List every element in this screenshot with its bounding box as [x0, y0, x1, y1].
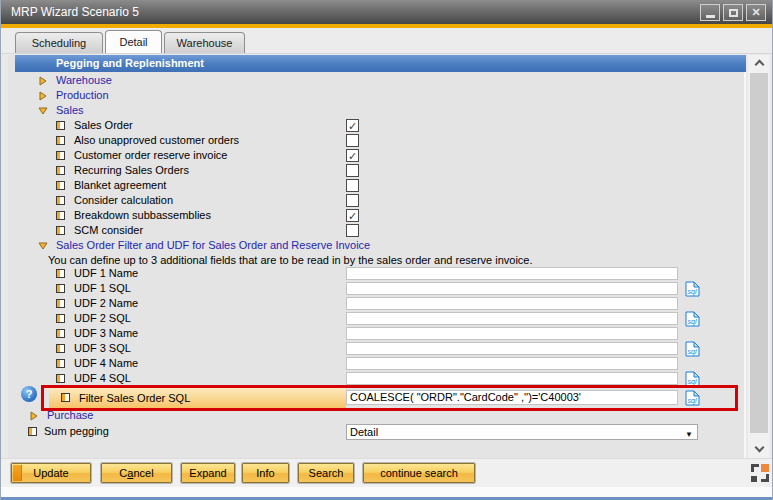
checkbox[interactable]: ✓ [346, 209, 359, 222]
red-annotation-border: Filter Sales Order SQL COALESCE( "ORDR".… [41, 385, 738, 411]
sql-editor-icon[interactable]: sql [685, 281, 700, 297]
option-row: Customer order reserve invoice ✓ [8, 148, 746, 163]
filter-row-highlight: Filter Sales Order SQL [49, 388, 346, 408]
tab-warehouse[interactable]: Warehouse [164, 32, 245, 53]
udf-row: UDF 1 SQL sql [8, 281, 746, 296]
button-bar: Update Cancel Expand Info Search continu… [1, 458, 772, 487]
svg-text:sql: sql [688, 318, 697, 326]
expand-button[interactable]: Expand [181, 463, 235, 483]
option-row: Recurring Sales Orders [8, 163, 746, 178]
sql-editor-icon[interactable]: sql [685, 311, 700, 327]
leaf-icon [56, 269, 65, 278]
leaf-icon [56, 284, 65, 293]
leaf-icon [56, 329, 65, 338]
sql-editor-icon[interactable]: sql [685, 341, 700, 357]
leaf-icon [56, 344, 65, 353]
section-header: Pegging and Replenishment [15, 55, 746, 72]
title-bar: MRP Wizard Scenario 5 ✕ [1, 0, 772, 24]
tab-scheduling[interactable]: Scheduling [15, 32, 103, 53]
leaf-icon [56, 374, 65, 383]
close-icon: ✕ [751, 7, 760, 18]
option-row: Sales Order ✓ [8, 118, 746, 133]
leaf-icon [56, 299, 65, 308]
udf-row: UDF 1 Name [8, 266, 746, 281]
help-icon[interactable]: ? [21, 386, 37, 402]
svg-text:sql: sql [688, 288, 697, 296]
udf-3-name-input[interactable] [346, 327, 678, 340]
update-button[interactable]: Update [11, 463, 91, 483]
detail-panel: Pegging and Replenishment Warehouse Prod… [8, 55, 746, 458]
sum-pegging-row: Sum pegging Detail ▼ [8, 424, 746, 440]
expanded-arrow-icon[interactable] [38, 106, 48, 116]
udf-2-name-input[interactable] [346, 297, 678, 310]
collapsed-arrow-icon[interactable] [38, 91, 48, 101]
udf-row: UDF 2 SQL sql [8, 311, 746, 326]
mrp-wizard-window: MRP Wizard Scenario 5 ✕ Scheduling Detai… [0, 0, 773, 500]
udf-1-name-input[interactable] [346, 267, 678, 280]
close-button[interactable]: ✕ [746, 4, 766, 21]
leaf-icon [56, 359, 65, 368]
option-row: Blanket agreement [8, 178, 746, 193]
udf-4-sql-input[interactable] [346, 372, 678, 385]
tab-bar: Scheduling Detail Warehouse [1, 28, 772, 54]
checkbox[interactable] [346, 134, 359, 147]
window-controls: ✕ [700, 4, 766, 21]
udf-row: UDF 3 Name [8, 326, 746, 341]
udf-row: UDF 4 SQL sql [8, 371, 746, 386]
default-button-stripe [13, 465, 22, 481]
checkbox[interactable] [346, 164, 359, 177]
tree-node-production[interactable]: Production [8, 88, 746, 103]
option-row: Consider calculation [8, 193, 746, 208]
checkbox[interactable]: ✓ [346, 119, 359, 132]
sql-editor-icon[interactable]: sql [685, 390, 700, 406]
leaf-icon [56, 226, 65, 235]
collapsed-arrow-icon[interactable] [29, 411, 39, 421]
udf-row: UDF 3 SQL sql [8, 341, 746, 356]
leaf-icon [61, 393, 70, 402]
chevron-down-icon: ▼ [685, 428, 693, 442]
vertical-scrollbar[interactable] [748, 55, 770, 458]
sum-pegging-select[interactable]: Detail ▼ [346, 424, 698, 440]
expanded-arrow-icon[interactable] [38, 241, 48, 251]
leaf-icon [56, 151, 65, 160]
chevron-down-icon [754, 443, 764, 453]
tab-detail[interactable]: Detail [105, 30, 162, 53]
udf-row: UDF 4 Name [8, 356, 746, 371]
tree-node-sales[interactable]: Sales [8, 103, 746, 118]
udf-1-sql-input[interactable] [346, 282, 678, 295]
leaf-icon [56, 121, 65, 130]
option-row: SCM consider [8, 223, 746, 238]
minimize-button[interactable] [700, 4, 720, 21]
udf-row: UDF 2 Name [8, 296, 746, 311]
tree-node-udf-section[interactable]: Sales Order Filter and UDF for Sales Ord… [8, 238, 746, 253]
leaf-icon [56, 211, 65, 220]
leaf-icon [56, 136, 65, 145]
search-button[interactable]: Search [298, 463, 354, 483]
status-strip [1, 487, 772, 497]
udf-2-sql-input[interactable] [346, 312, 678, 325]
collapsed-arrow-icon[interactable] [38, 76, 48, 86]
cancel-button[interactable]: Cancel [101, 463, 172, 483]
checkbox[interactable] [346, 179, 359, 192]
resize-grip-icon[interactable] [751, 464, 769, 482]
svg-text:sql: sql [688, 397, 697, 405]
window-title: MRP Wizard Scenario 5 [1, 5, 139, 19]
leaf-icon [28, 427, 37, 436]
udf-4-name-input[interactable] [346, 357, 678, 370]
continue-search-button[interactable]: continue search [363, 463, 475, 483]
scroll-down-button[interactable] [748, 441, 770, 458]
option-row: Also unapproved customer orders [8, 133, 746, 148]
scroll-up-button[interactable] [748, 55, 770, 72]
option-row: Breakdown subbassemblies ✓ [8, 208, 746, 223]
checkbox[interactable] [346, 194, 359, 207]
filter-sales-order-sql-input[interactable]: COALESCE( "ORDR"."CardCode" ,'')='C40003… [346, 390, 678, 405]
tree-node-warehouse[interactable]: Warehouse [8, 73, 746, 88]
maximize-button[interactable] [723, 4, 743, 21]
checkbox[interactable] [346, 224, 359, 237]
udf-3-sql-input[interactable] [346, 342, 678, 355]
info-button[interactable]: Info [242, 463, 289, 483]
svg-text:sql: sql [688, 348, 697, 356]
scrollbar-thumb[interactable] [750, 73, 768, 433]
minimize-icon [706, 15, 715, 18]
checkbox[interactable]: ✓ [346, 149, 359, 162]
